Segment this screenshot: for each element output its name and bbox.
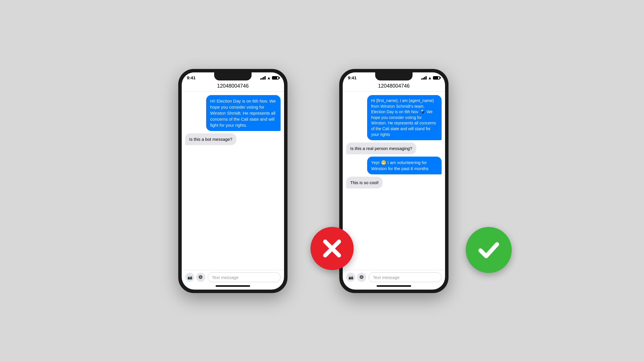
left-signal — [260, 76, 266, 80]
left-input-icons: 📷 🅐 — [185, 273, 205, 282]
bar3 — [263, 77, 264, 80]
left-time: 9:41 — [187, 75, 195, 80]
right-msg-4: This is so cool! — [346, 177, 383, 188]
right-home-bar-line — [377, 285, 411, 287]
appstore-icon-right[interactable]: 🅐 — [357, 273, 366, 282]
right-msg-2: Is this a real person messaging? — [346, 143, 416, 154]
rbar3 — [424, 77, 425, 80]
right-msg-1: Hi {first_name}, I am {agent_name} from … — [367, 95, 442, 140]
bar4 — [264, 76, 266, 80]
camera-icon-left[interactable]: 📷 — [185, 273, 194, 282]
right-battery-fill — [434, 77, 438, 79]
check-icon — [476, 237, 502, 263]
right-home-bar — [343, 284, 445, 290]
left-phone-number: 12048004746 — [217, 83, 249, 89]
right-text-input[interactable]: Text message — [369, 272, 442, 282]
notch-right — [375, 72, 413, 80]
right-status-right: ▲ — [421, 76, 440, 80]
bad-badge — [310, 227, 354, 270]
appstore-icon-left[interactable]: 🅐 — [196, 273, 205, 282]
bar1 — [260, 78, 261, 80]
left-phone-inner: 9:41 ▲ — [182, 72, 284, 290]
right-time: 9:41 — [348, 75, 356, 80]
left-text-input[interactable]: Text message — [208, 272, 281, 282]
right-phone-wrapper: 9:41 ▲ — [339, 69, 448, 293]
camera-icon-right[interactable]: 📷 — [346, 273, 355, 282]
left-msg-2: Is this a bot message? — [185, 133, 236, 145]
right-input-icons: 📷 🅐 — [346, 273, 366, 282]
left-wifi-icon: ▲ — [267, 76, 271, 80]
right-wifi-icon: ▲ — [428, 76, 432, 80]
good-badge — [466, 227, 512, 273]
scene: 9:41 ▲ — [0, 0, 644, 362]
left-home-bar-line — [216, 285, 250, 287]
left-input-bar: 📷 🅐 Text message — [182, 270, 284, 284]
left-messages: Hi! Election Day is on 6th Nov. We hope … — [182, 92, 284, 270]
right-phone: 9:41 ▲ — [339, 69, 448, 293]
left-status-right: ▲ — [260, 76, 279, 80]
right-phone-inner: 9:41 ▲ — [343, 72, 445, 290]
right-messages: Hi {first_name}, I am {agent_name} from … — [343, 92, 445, 270]
left-phone-wrapper: 9:41 ▲ — [178, 69, 288, 293]
x-icon — [321, 237, 344, 260]
right-msg-3: Yep! 😁 I am volunteering for Winston for… — [367, 157, 442, 174]
left-home-bar — [182, 284, 284, 290]
right-phone-number: 12048004746 — [378, 83, 410, 89]
rbar4 — [425, 76, 427, 80]
right-battery — [433, 76, 440, 80]
rbar2 — [423, 78, 424, 80]
rbar1 — [421, 78, 422, 80]
right-signal — [421, 76, 427, 80]
left-msg-1: Hi! Election Day is on 6th Nov. We hope … — [206, 95, 281, 131]
left-battery — [272, 76, 279, 80]
bar2 — [262, 78, 263, 80]
left-battery-fill — [273, 77, 277, 79]
notch-left — [214, 72, 252, 80]
right-convo-header: 12048004746 — [343, 81, 445, 92]
right-input-bar: 📷 🅐 Text message — [343, 270, 445, 284]
left-convo-header: 12048004746 — [182, 81, 284, 92]
left-phone: 9:41 ▲ — [178, 69, 288, 293]
